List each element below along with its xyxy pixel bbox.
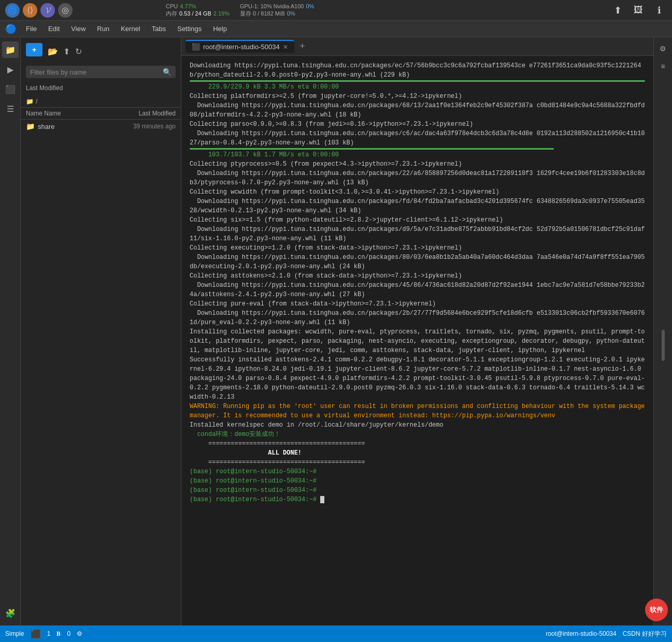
file-name: share bbox=[38, 123, 108, 130]
terminal-line: conda环境：demo安装成功！ bbox=[190, 430, 645, 439]
terminal-line: Successfully installed asttokens-2.4.1 c… bbox=[190, 355, 645, 402]
cpu-value: 4.77% bbox=[180, 3, 196, 9]
tab-close-button[interactable]: ✕ bbox=[283, 43, 288, 51]
new-button[interactable]: + bbox=[26, 43, 42, 56]
menu-view[interactable]: View bbox=[66, 23, 91, 35]
terminal-line: Collecting platformdirs>=2.5 (from jupyt… bbox=[190, 92, 645, 101]
assist-button[interactable]: 软件 bbox=[645, 599, 668, 621]
current-path: / bbox=[36, 98, 37, 105]
compass-icon[interactable]: ◎ bbox=[58, 3, 73, 18]
sidebar-item-terminal[interactable]: ⬛ bbox=[2, 81, 19, 97]
path-bar: 📁 / bbox=[21, 96, 181, 108]
upload-icon[interactable]: ⬆ bbox=[610, 3, 625, 18]
scrollbar-thumb[interactable] bbox=[662, 330, 665, 361]
menu-kernel[interactable]: Kernel bbox=[116, 23, 146, 35]
terminal-line: (base) root@intern-studio-50034:~# bbox=[190, 495, 645, 504]
terminal-line: Collecting parso<0.9.0,>=0.8.3 (from jed… bbox=[190, 120, 645, 129]
gpu-metric: GPU-1: 10% Nvidia A100 0% 显存 0 / 8182 Mi… bbox=[240, 3, 314, 18]
terminal-line: Downloading https://pypi.tuna.tsinghua.e… bbox=[190, 309, 645, 327]
editor-mode: Simple bbox=[5, 630, 24, 637]
menu-help[interactable]: Help bbox=[208, 23, 232, 35]
vram-value: 0% bbox=[287, 10, 295, 17]
terminal-line: Collecting executing>=1.2.0 (from stack-… bbox=[190, 243, 645, 253]
terminal-line: Collecting pure-eval (from stack-data->i… bbox=[190, 299, 645, 309]
terminal-line: Downloading https://pypi.tuna.tsinghua.e… bbox=[190, 225, 645, 243]
terminal-line: Collecting ptyprocess>=0.5 (from pexpect… bbox=[190, 159, 645, 169]
info-icon[interactable]: ℹ bbox=[651, 3, 667, 18]
vscode-icon[interactable]: 𝓥 bbox=[40, 3, 55, 18]
code-editor-icon[interactable]: ⟨⟩ bbox=[23, 3, 37, 18]
col-number: 0 bbox=[67, 630, 70, 637]
sidebar-item-puzzle[interactable]: 🧩 bbox=[2, 605, 19, 621]
host-label: root@intern-studio-50034 bbox=[546, 630, 616, 637]
terminal-line: ALL DONE! bbox=[190, 448, 645, 458]
terminal-line: Downloading https://pypi.tuna.tsinghua.e… bbox=[190, 169, 645, 187]
cursor bbox=[320, 496, 324, 503]
main-layout: 📁 ▶ ⬛ ☰ 🧩 + 📂 ⬆ ↻ 🔍 Last Modified � bbox=[0, 37, 672, 625]
topbar: 🌀 ⟨⟩ 𝓥 ◎ CPU 4.77% 内存 0.53 / 24 GB 2.19%… bbox=[0, 0, 672, 21]
csdn-label: CSDN 好好学习 bbox=[623, 630, 667, 638]
terminal-line: 229.9/229.9 kB 3.3 MB/s eta 0:00:00 bbox=[190, 82, 645, 92]
terminal-line: Downloading https://pypi.tuna.tsinghua.e… bbox=[190, 253, 645, 271]
terminal-line: Downloading https://pypi.tuna.tsinghua.e… bbox=[190, 197, 645, 215]
terminal-line: Downloading https://pypi.tuna.tsinghua.e… bbox=[190, 61, 645, 80]
file-list-header: Name Name Last Modified bbox=[21, 108, 181, 120]
list-item[interactable]: 📁 share 39 minutes ago bbox=[21, 120, 181, 133]
prompt-text: (base) root@intern-studio-50034:~# bbox=[190, 477, 317, 485]
vram-label: 显存 0 / 8182 MiB bbox=[240, 10, 285, 18]
tab-bar: ⬛ root@intern-studio-50034 ✕ + bbox=[181, 37, 653, 56]
file-browser-header: + 📂 ⬆ ↻ bbox=[21, 37, 181, 62]
terminal-line: Installing collected packages: wcwidth, … bbox=[190, 327, 645, 355]
topbar-left: 🌀 ⟨⟩ 𝓥 ◎ bbox=[0, 3, 161, 18]
upload-file-button[interactable]: 📂 bbox=[47, 46, 59, 57]
prompt-text: (base) root@intern-studio-50034:~# bbox=[190, 487, 317, 494]
terminal-line: ========================================… bbox=[190, 458, 645, 467]
memory-label: 内存 bbox=[166, 10, 177, 18]
refresh-button[interactable]: ↻ bbox=[74, 46, 83, 57]
terminal-line: ========================================… bbox=[190, 439, 645, 448]
file-actions: 📂 ⬆ ↻ bbox=[47, 46, 83, 57]
folder-icon: 📁 bbox=[26, 122, 35, 130]
search-bar: 🔍 bbox=[26, 66, 176, 78]
terminal-line: Downloading https://pypi.tuna.tsinghua.e… bbox=[190, 129, 645, 148]
progress-bar bbox=[190, 80, 645, 82]
terminal-line: Downloading https://pypi.tuna.tsinghua.e… bbox=[190, 101, 645, 120]
new-folder-button[interactable]: ⬆ bbox=[62, 46, 71, 57]
right-sidebar: ⚙ ≡ ↓ bbox=[653, 37, 672, 625]
memory-value: 0.53 / 24 GB bbox=[179, 10, 211, 17]
right-settings-icon[interactable]: ⚙ bbox=[656, 41, 670, 56]
search-input[interactable] bbox=[30, 68, 163, 76]
tab-terminal[interactable]: ⬛ root@intern-studio-50034 ✕ bbox=[185, 40, 294, 53]
gpu-value: 0% bbox=[306, 3, 314, 9]
sidebar-item-menu[interactable]: ☰ bbox=[2, 100, 19, 117]
statusbar: Simple ⬛ 1 𝐁 0 ⚙ root@intern-studio-5003… bbox=[0, 625, 672, 642]
terminal-line: Downloading https://pypi.tuna.tsinghua.e… bbox=[190, 281, 645, 299]
tab-label: root@intern-studio-50034 bbox=[203, 43, 280, 51]
terminal-line: Installed kernelspec demo in /root/.loca… bbox=[190, 420, 645, 430]
toggle-icon[interactable]: ⬛ bbox=[31, 629, 41, 639]
statusbar-right: root@intern-studio-50034 CSDN 好好学习 bbox=[546, 630, 667, 638]
settings-gear-icon[interactable]: ⚙ bbox=[77, 630, 82, 637]
sidebar-item-run[interactable]: ▶ bbox=[2, 61, 19, 78]
menu-run[interactable]: Run bbox=[92, 23, 115, 35]
terminal-content[interactable]: Downloading https://pypi.tuna.tsinghua.e… bbox=[181, 56, 653, 625]
file-browser: + 📂 ⬆ ↻ 🔍 Last Modified 📁 / Name Name La… bbox=[21, 37, 181, 625]
col-name-header[interactable]: Name Name bbox=[26, 110, 106, 117]
menu-tabs[interactable]: Tabs bbox=[147, 23, 171, 35]
progress-bar bbox=[190, 148, 554, 150]
col-modified-header: Last Modified bbox=[108, 110, 176, 117]
statusbar-left: Simple ⬛ 1 𝐁 0 ⚙ bbox=[5, 629, 82, 639]
menubar: 🔵 File Edit View Run Kernel Tabs Setting… bbox=[0, 21, 672, 37]
path-icon: 📁 bbox=[26, 98, 34, 105]
menu-file[interactable]: File bbox=[21, 23, 42, 35]
cpu-metric: CPU 4.77% 内存 0.53 / 24 GB 2.19% bbox=[166, 3, 230, 18]
terminal-line: (base) root@intern-studio-50034:~# bbox=[190, 486, 645, 495]
menu-edit[interactable]: Edit bbox=[43, 23, 65, 35]
jupyter-logo-icon[interactable]: 🌀 bbox=[5, 3, 20, 18]
terminal-line: WARNING: Running pip as the 'root' user … bbox=[190, 402, 645, 420]
download-icon[interactable]: 🖼 bbox=[631, 3, 646, 18]
tab-add-button[interactable]: + bbox=[296, 40, 309, 53]
menu-settings[interactable]: Settings bbox=[172, 23, 207, 35]
sidebar-item-files[interactable]: 📁 bbox=[2, 41, 19, 58]
right-property-icon[interactable]: ≡ bbox=[656, 59, 670, 74]
